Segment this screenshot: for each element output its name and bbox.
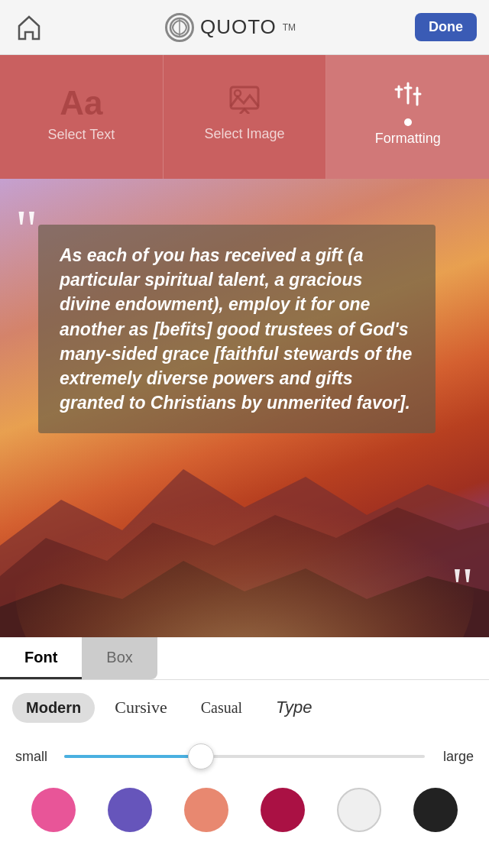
open-quote: "	[15, 202, 37, 257]
quote-box[interactable]: As each of you has received a gift (a pa…	[38, 225, 436, 433]
top-nav: QUOTOTM Done	[0, 0, 489, 55]
svg-point-13	[15, 439, 474, 637]
panel-tab-box[interactable]: Box	[82, 637, 157, 679]
mountains-layer	[0, 408, 489, 637]
close-quote: "	[452, 559, 474, 614]
logo-area: QUOTOTM	[165, 13, 296, 42]
font-style-type[interactable]: Type	[262, 691, 325, 724]
tab-formatting[interactable]: Formatting	[326, 55, 489, 179]
size-slider-row: small large	[0, 735, 489, 778]
tab-select-text-label: Select Text	[47, 127, 115, 143]
slider-track[interactable]	[64, 755, 425, 758]
font-style-casual[interactable]: Casual	[187, 693, 256, 723]
tab-select-text[interactable]: Aa Select Text	[0, 55, 164, 179]
done-button[interactable]: Done	[415, 13, 477, 41]
logo-tm: TM	[283, 22, 296, 33]
color-crimson[interactable]	[261, 788, 305, 832]
slider-min-label: small	[15, 749, 53, 765]
home-button[interactable]	[12, 11, 46, 44]
tab-bar: Aa Select Text Select Image Forma	[0, 55, 489, 179]
color-purple[interactable]	[108, 788, 152, 832]
slider-max-label: large	[436, 749, 474, 765]
slider-thumb[interactable]	[188, 743, 214, 769]
active-indicator	[404, 118, 412, 126]
font-styles: Modern Cursive Casual Type	[0, 680, 489, 735]
font-style-modern[interactable]: Modern	[12, 693, 95, 723]
color-white[interactable]	[337, 788, 381, 832]
tab-select-image-label: Select Image	[204, 126, 284, 142]
select-text-icon: Aa	[60, 84, 102, 122]
svg-point-3	[235, 90, 241, 96]
canvas-area: " As each of you has received a gift (a …	[0, 179, 489, 637]
formatting-icon	[393, 80, 423, 117]
color-black[interactable]	[413, 788, 458, 832]
quote-text: As each of you has received a gift (a pa…	[60, 243, 414, 415]
logo-icon	[165, 13, 194, 42]
panel-tabs: Font Box	[0, 637, 489, 680]
color-salmon[interactable]	[184, 788, 228, 832]
panel-tab-font[interactable]: Font	[0, 637, 82, 679]
tab-formatting-label: Formatting	[375, 131, 441, 147]
slider-fill	[64, 755, 201, 758]
color-swatches	[0, 778, 489, 842]
color-pink[interactable]	[31, 788, 76, 832]
logo-text: QUOTO	[200, 15, 277, 39]
bottom-panel: Font Box Modern Cursive Casual Type smal…	[0, 637, 489, 868]
tab-select-image[interactable]: Select Image	[164, 55, 327, 179]
select-image-icon	[228, 85, 261, 121]
font-style-cursive[interactable]: Cursive	[101, 691, 180, 724]
